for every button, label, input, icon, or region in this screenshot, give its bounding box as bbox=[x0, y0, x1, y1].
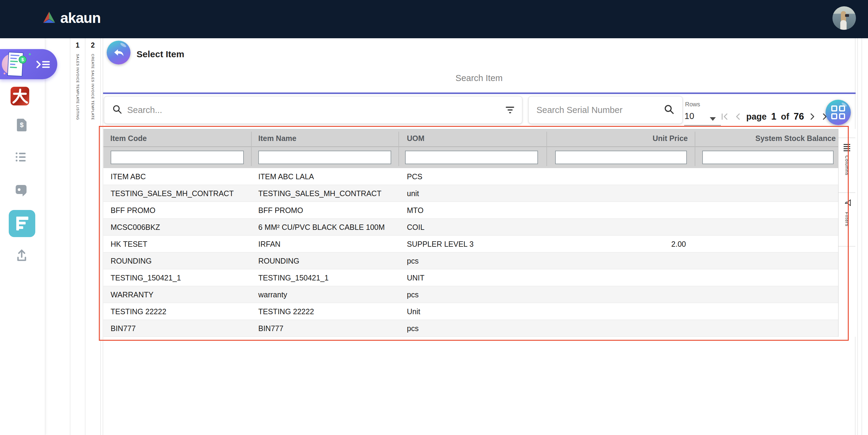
columns-icon bbox=[844, 144, 850, 151]
cjk-character-icon bbox=[10, 101, 29, 106]
columns-label: Columns bbox=[844, 156, 849, 175]
filter-input-unit-price[interactable] bbox=[555, 150, 687, 164]
filter-input-uom[interactable] bbox=[405, 150, 538, 164]
sidebar-item-red-cjk-app[interactable] bbox=[10, 87, 29, 105]
pagination: page 1 of 76 bbox=[720, 108, 830, 125]
caret-down-icon[interactable] bbox=[710, 117, 716, 121]
cell-name: IRFAN bbox=[258, 236, 281, 253]
table-side-strip: Columns Filters bbox=[838, 129, 855, 337]
table-row[interactable]: TESTING_SALES_MH_CONTRACTTESTING_SALES_M… bbox=[103, 185, 838, 202]
collapse-menu-icon[interactable] bbox=[36, 60, 51, 70]
tab-search-item[interactable]: Search Item bbox=[103, 73, 855, 83]
rows-per-page-select[interactable]: 10 bbox=[684, 111, 694, 121]
sidebar-item-listing[interactable] bbox=[16, 153, 26, 163]
cell-uom: COIL bbox=[407, 219, 424, 236]
cell-code: MCSC006BKZ bbox=[111, 219, 160, 236]
active-tab-indicator bbox=[103, 93, 856, 94]
wizard-tab-create-sales-invoice-template[interactable]: 2 CREATE SALES INVOICE TEMPLATE bbox=[85, 38, 101, 435]
cell-name: ITEM ABC LALA bbox=[258, 168, 314, 185]
table-row[interactable]: HK TESETIRFANSUPPLER LEVEL 32.00 bbox=[103, 236, 838, 253]
sidebar-item-sales-invoice-module[interactable]: $ bbox=[0, 49, 57, 79]
wizard-step-number: 1 bbox=[70, 41, 85, 49]
of-word: of bbox=[781, 112, 789, 122]
cell-name: TESTING_SALES_MH_CONTRACT bbox=[258, 185, 381, 202]
filter-list-icon[interactable] bbox=[506, 107, 514, 113]
cell-code: HK TESET bbox=[111, 236, 147, 253]
page-total: 76 bbox=[794, 111, 804, 122]
cell-name: BIN777 bbox=[258, 320, 283, 337]
top-navigation-bar: akaun bbox=[0, 0, 868, 38]
cell-uom: SUPPLER LEVEL 3 bbox=[407, 236, 473, 253]
cell-name: TESTING_150421_1 bbox=[258, 269, 329, 286]
serial-number-input[interactable] bbox=[536, 105, 659, 115]
cell-code: ROUNDING bbox=[111, 253, 152, 269]
table-row[interactable]: ITEM ABCITEM ABC LALAPCS bbox=[103, 168, 838, 185]
column-header-system-stock-balance[interactable]: System Stock Balance bbox=[755, 129, 836, 147]
column-header-unit-price[interactable]: Unit Price bbox=[652, 129, 688, 147]
cell-uom: pcs bbox=[407, 253, 418, 269]
table-header-row: Item Code Item Name UOM Unit Price Syste… bbox=[103, 129, 838, 147]
next-page-icon[interactable] bbox=[809, 112, 816, 121]
first-page-icon[interactable] bbox=[720, 112, 730, 121]
dollar-coin-icon: $ bbox=[19, 56, 27, 64]
list-icon bbox=[16, 153, 26, 162]
column-header-item-name[interactable]: Item Name bbox=[258, 129, 296, 147]
item-table: Item Code Item Name UOM Unit Price Syste… bbox=[103, 129, 838, 337]
cell-uom: MTO bbox=[407, 202, 424, 219]
cell-name: 6 MM² CU/PVC BLACK CABLE 100M bbox=[258, 219, 385, 236]
cell-uom: pcs bbox=[407, 286, 418, 303]
back-button[interactable] bbox=[107, 41, 130, 64]
filters-button[interactable]: Filters bbox=[838, 193, 855, 246]
file-dollar-icon: $ bbox=[20, 121, 24, 129]
rows-per-page-label: Rows bbox=[685, 101, 700, 108]
table-row[interactable]: TESTING_150421_1TESTING_150421_1UNIT bbox=[103, 269, 838, 286]
filters-label: Filters bbox=[844, 212, 849, 227]
upload-icon bbox=[17, 258, 27, 263]
cell-uom: pcs bbox=[407, 320, 418, 337]
app-sidebar: $ $ bbox=[0, 38, 45, 435]
logo-text: akaun bbox=[60, 10, 101, 26]
main-content-panel: Select Item Search Item Rows 10 bbox=[103, 38, 855, 435]
user-avatar[interactable] bbox=[832, 6, 856, 30]
vertical-scrollbar[interactable] bbox=[858, 38, 862, 435]
filter-input-item-name[interactable] bbox=[258, 150, 391, 164]
table-row[interactable]: BIN777BIN777pcs bbox=[103, 320, 838, 337]
sidebar-item-upload[interactable] bbox=[17, 248, 27, 263]
table-row[interactable]: ROUNDINGROUNDINGpcs bbox=[103, 253, 838, 269]
grid-icon bbox=[831, 105, 845, 119]
filter-input-system-stock-balance[interactable] bbox=[702, 150, 834, 164]
cell-code: TESTING_150421_1 bbox=[111, 269, 181, 286]
sidebar-item-teal-ledger-app[interactable] bbox=[9, 210, 35, 237]
table-row[interactable]: TESTING 22222TESTING 22222Unit bbox=[103, 303, 838, 320]
sidebar-item-invoice-doc[interactable]: $ bbox=[17, 119, 27, 131]
column-divider bbox=[695, 132, 695, 166]
table-row[interactable]: MCSC006BKZ6 MM² CU/PVC BLACK CABLE 100MC… bbox=[103, 219, 838, 236]
logo-block[interactable]: akaun bbox=[42, 10, 101, 26]
page-word: page bbox=[746, 112, 767, 122]
column-header-item-code[interactable]: Item Code bbox=[110, 129, 147, 147]
cell-uom: UNIT bbox=[407, 269, 424, 286]
cell-name: TESTING 22222 bbox=[258, 303, 314, 320]
cell-uom: PCS bbox=[407, 168, 422, 185]
prev-page-icon[interactable] bbox=[734, 112, 742, 121]
sidebar-item-chat[interactable] bbox=[16, 185, 27, 194]
search-input[interactable] bbox=[127, 105, 501, 115]
wizard-step-number: 2 bbox=[85, 41, 100, 49]
wizard-tab-sales-invoice-template-listing[interactable]: 1 SALES INVOICE TEMPLATE LISTING bbox=[70, 38, 85, 435]
columns-button[interactable]: Columns bbox=[838, 138, 855, 193]
cell-code: TESTING 22222 bbox=[111, 303, 166, 320]
cell-code: BFF PROMO bbox=[111, 202, 156, 219]
cell-name: BFF PROMO bbox=[258, 202, 303, 219]
table-body: ITEM ABCITEM ABC LALAPCSTESTING_SALES_MH… bbox=[103, 168, 838, 337]
column-header-uom[interactable]: UOM bbox=[407, 129, 424, 147]
table-row[interactable]: WARRANTYwarrantypcs bbox=[103, 286, 838, 303]
column-divider bbox=[547, 132, 547, 166]
layout-grid-button[interactable] bbox=[826, 100, 851, 125]
search-icon[interactable] bbox=[664, 104, 675, 116]
column-filter-row bbox=[103, 147, 838, 168]
filter-input-item-code[interactable] bbox=[111, 150, 244, 164]
cell-uom: Unit bbox=[407, 303, 420, 320]
table-row[interactable]: BFF PROMOBFF PROMOMTO bbox=[103, 202, 838, 219]
column-divider bbox=[398, 132, 399, 166]
search-box bbox=[104, 96, 522, 124]
